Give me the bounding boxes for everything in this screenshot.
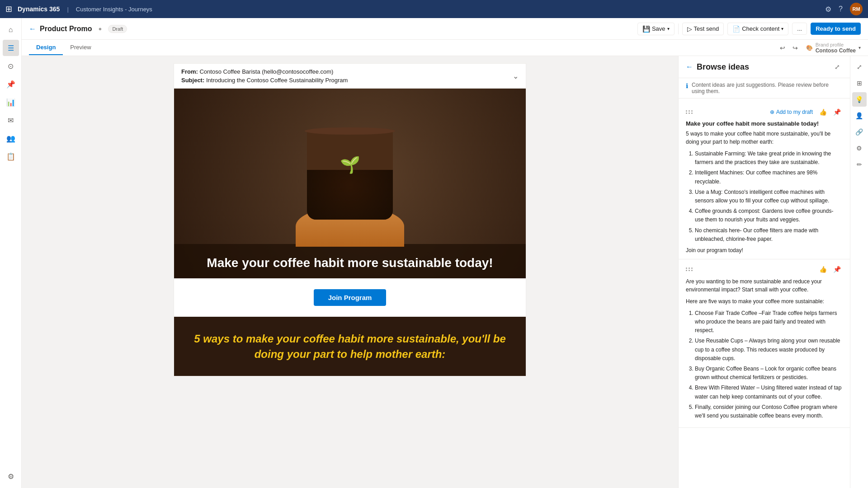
user-avatar[interactable]: RM	[850, 3, 863, 15]
email-dark-section: 5 ways to make your coffee habit more su…	[174, 317, 526, 376]
toolbar-extras: ↩ ↪ 🎨 Brand profile Contoso Coffee ▾	[777, 42, 861, 54]
tab-design[interactable]: Design	[29, 40, 63, 55]
app-module: Customer Insights - Journeys	[76, 6, 152, 13]
idea-card-1-outro: Join our program today!	[686, 247, 843, 253]
sub-toolbar: Design Preview ↩ ↪ 🎨 Brand profile Conto…	[22, 40, 868, 56]
collapse-icon[interactable]: ⌄	[513, 72, 519, 80]
right-panel-users-icon[interactable]: 👤	[852, 108, 867, 123]
panel-fullscreen-icon[interactable]: ⤢	[832, 61, 843, 72]
list-item: Choose Fair Trade Coffee –Fair Trade cof…	[695, 309, 843, 335]
right-panel-blocks-icon[interactable]: ⊞	[852, 76, 867, 90]
nav-mail-icon[interactable]: ✉	[3, 112, 19, 128]
list-item: Use a Mug: Contoso's intelligent coffee …	[695, 188, 843, 205]
panel-header-right: ⤢	[832, 61, 843, 72]
drag-handle-1[interactable]	[686, 110, 693, 114]
secondary-toolbar: ← Product Promo ● Draft 💾 Save ▾ ▷ Test …	[22, 18, 868, 40]
status-badge: Draft	[108, 25, 127, 33]
right-panel-settings-icon[interactable]: ⚙	[852, 141, 867, 155]
plant-emoji: 🌱	[340, 155, 360, 174]
like-button-1[interactable]: 👍	[817, 108, 829, 117]
join-program-button[interactable]: Join Program	[314, 289, 387, 306]
idea-card-1-intro: 5 ways to make your coffee habit more su…	[686, 130, 843, 146]
email-editor[interactable]: From: Contoso Coffee Barista (hello@cont…	[22, 56, 678, 488]
editor-panel-area: From: Contoso Coffee Barista (hello@cont…	[22, 56, 868, 488]
help-icon[interactable]: ?	[839, 5, 843, 13]
browse-ideas-panel: ← Browse ideas ⤢ ℹ Content ideas are jus…	[678, 56, 850, 488]
more-options-button[interactable]: ...	[792, 23, 807, 35]
subject-field: Subject: Introducing the Contoso Coffee …	[181, 77, 348, 84]
cup-body: 🌱	[307, 129, 393, 220]
add-to-draft-button-1[interactable]: ⊕ Add to my draft	[768, 108, 815, 116]
hero-text: Make your coffee habit more sustainable …	[192, 255, 508, 271]
waffle-icon[interactable]: ⊞	[5, 4, 12, 14]
cup-rim	[305, 127, 395, 135]
nav-pin-icon[interactable]: 📌	[3, 76, 19, 92]
brand-profile[interactable]: 🎨 Brand profile Contoso Coffee ▾	[806, 42, 861, 54]
undo-redo: ↩ ↪	[777, 42, 801, 53]
email-header-info: From: Contoso Coffee Barista (hello@cont…	[181, 68, 348, 84]
right-panel-link-icon[interactable]: 🔗	[852, 125, 867, 139]
idea-card-2-subheading: Here are five ways to make your coffee m…	[686, 297, 843, 305]
nav-bottom: ⚙	[3, 468, 19, 484]
main-layout: ⌂ ☰ ⊙ 📌 📊 ✉ 👥 📋 ⚙ ← Product Promo ● Draf…	[0, 18, 868, 488]
idea-card-2-list: Choose Fair Trade Coffee –Fair Trade cof…	[686, 309, 843, 420]
list-item: Intelligent Machines: Our coffee machine…	[695, 169, 843, 186]
right-panel-expand-icon[interactable]: ⤢	[852, 60, 867, 74]
idea-card-2-actions: 👍 📌	[817, 265, 843, 274]
idea-card-2: 👍 📌 Are you wanting to be more sustainab…	[679, 259, 850, 428]
tab-preview[interactable]: Preview	[63, 40, 98, 55]
from-field: From: Contoso Coffee Barista (hello@cont…	[181, 68, 348, 75]
like-button-2[interactable]: 👍	[817, 265, 829, 274]
dislike-button-1[interactable]: 📌	[831, 108, 843, 117]
top-bar-right: ⚙ ? RM	[825, 3, 863, 15]
nav-people-icon[interactable]: 👥	[3, 130, 19, 146]
right-panel-ideas-icon[interactable]: 💡	[852, 92, 867, 107]
right-panel-edit-icon[interactable]: ✏	[852, 157, 867, 172]
email-cta-section: Join Program	[174, 278, 526, 317]
test-send-button[interactable]: ▷ Test send	[682, 23, 724, 35]
idea-card-1: ⊕ Add to my draft 👍 📌 Make your coffee h…	[679, 102, 850, 259]
tabs: Design Preview	[29, 40, 99, 55]
add-icon: ⊕	[770, 109, 774, 115]
idea-card-1-list: Sustainable Farming: We take great pride…	[686, 150, 843, 244]
idea-card-2-header: 👍 📌	[686, 265, 843, 274]
page-title: Product Promo	[40, 25, 92, 33]
panel-title: Browse ideas	[697, 62, 749, 72]
redo-button[interactable]: ↪	[790, 42, 801, 53]
ready-to-send-button[interactable]: Ready to send	[811, 23, 861, 35]
email-canvas: 🌱 Make your coffee habit more sustainabl…	[174, 88, 526, 376]
hero-overlay: Make your coffee habit more sustainable …	[174, 244, 526, 278]
nav-settings-icon[interactable]: ⚙	[3, 468, 19, 484]
list-item: Buy Organic Coffee Beans – Look for orga…	[695, 365, 843, 382]
panel-back-button[interactable]: ←	[686, 63, 693, 71]
soil-fill	[307, 170, 393, 220]
content-area: ← Product Promo ● Draft 💾 Save ▾ ▷ Test …	[22, 18, 868, 488]
check-content-button[interactable]: 📄 Check content ▾	[727, 23, 788, 35]
save-button[interactable]: 💾 Save ▾	[637, 23, 675, 35]
nav-recent-icon[interactable]: ⊙	[3, 58, 19, 74]
coffee-illustration: 🌱	[287, 120, 413, 247]
undo-button[interactable]: ↩	[777, 42, 788, 53]
list-item: No chemicals here- Our coffee filters ar…	[695, 226, 843, 244]
idea-card-1-actions: ⊕ Add to my draft 👍 📌	[768, 108, 843, 117]
save-icon: 💾	[642, 25, 650, 33]
nav-menu-icon[interactable]: ☰	[3, 40, 19, 56]
drag-handle-2[interactable]	[686, 267, 693, 271]
nav-tasks-icon[interactable]: 📋	[3, 148, 19, 164]
dark-section-text: 5 ways to make your coffee habit more su…	[192, 331, 508, 361]
list-item: Coffee grounds & compost: Gardens love c…	[695, 207, 843, 224]
nav-home-icon[interactable]: ⌂	[3, 22, 19, 38]
idea-card-1-headline: Make your coffee habit more sustainable …	[686, 120, 843, 127]
list-item: Finally, consider joining our Contoso Co…	[695, 403, 843, 420]
panel-content[interactable]: ⊕ Add to my draft 👍 📌 Make your coffee h…	[679, 99, 850, 488]
dislike-button-2[interactable]: 📌	[831, 265, 843, 274]
back-button[interactable]: ←	[29, 25, 36, 33]
settings-icon[interactable]: ⚙	[825, 5, 831, 14]
right-icons-bar: ⤢ ⊞ 💡 👤 🔗 ⚙ ✏	[850, 56, 868, 488]
list-item: Sustainable Farming: We take great pride…	[695, 150, 843, 167]
idea-card-1-header: ⊕ Add to my draft 👍 📌	[686, 108, 843, 117]
nav-analytics-icon[interactable]: 📊	[3, 94, 19, 110]
check-icon: 📄	[732, 25, 740, 33]
left-nav: ⌂ ☰ ⊙ 📌 📊 ✉ 👥 📋 ⚙	[0, 18, 22, 488]
toolbar-divider	[678, 23, 679, 34]
